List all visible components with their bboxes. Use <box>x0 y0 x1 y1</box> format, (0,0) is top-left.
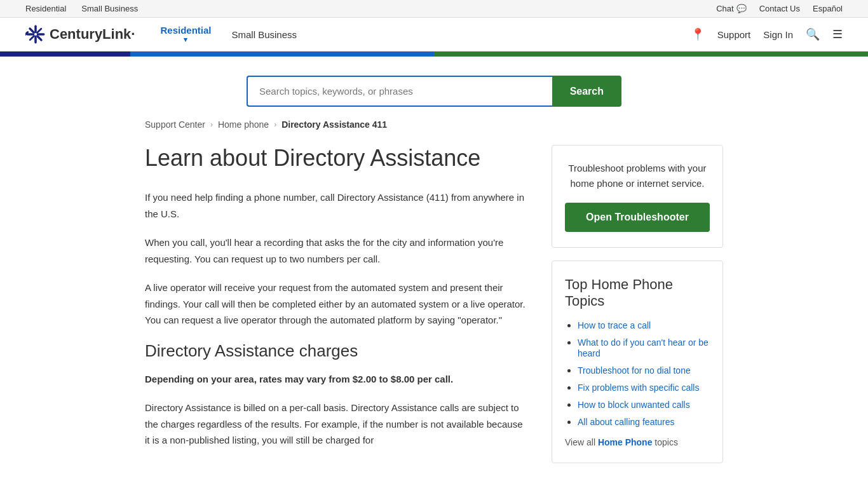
page-title: Learn about Directory Assistance <box>145 145 526 172</box>
breadcrumb: Support Center › Home phone › Directory … <box>0 119 868 145</box>
menu-icon-button[interactable]: ☰ <box>832 27 843 41</box>
top-bar-left: Residential Small Business <box>25 4 138 13</box>
list-item: How to trace a call <box>578 320 710 330</box>
svg-line-15 <box>30 36 34 39</box>
top-bar-right: Chat 💬 Contact Us Español <box>716 4 843 13</box>
nav-small-business[interactable]: Small Business <box>232 29 297 40</box>
top-bar: Residential Small Business Chat 💬 Contac… <box>0 0 868 18</box>
paragraph-3: A live operator will receive your reques… <box>145 280 526 329</box>
breadcrumb-support-center[interactable]: Support Center <box>145 119 205 130</box>
topics-card: Top Home Phone Topics How to trace a cal… <box>552 261 723 463</box>
nav-right: 📍 Support Sign In 🔍 ☰ <box>691 27 843 41</box>
topics-list: How to trace a call What to do if you ca… <box>565 320 710 427</box>
charges-bold: Depending on your area, rates may vary f… <box>145 371 526 388</box>
breadcrumb-separator-1: › <box>210 120 213 129</box>
topbar-espanol[interactable]: Español <box>813 4 843 13</box>
view-all-link[interactable]: Home Phone <box>598 437 653 447</box>
topic-link-2[interactable]: Troubleshoot for no dial tone <box>578 365 691 376</box>
logo-text: CenturyLink· <box>50 26 135 43</box>
charges-bold-text: Depending on your area, rates may vary f… <box>145 374 453 384</box>
troubleshooter-card: Troubleshoot problems with your home pho… <box>552 145 723 248</box>
svg-line-14 <box>37 29 41 32</box>
content-layout: Learn about Directory Assistance If you … <box>0 145 868 488</box>
view-all-prefix: View all <box>565 437 598 447</box>
topic-link-3[interactable]: Fix problems with specific calls <box>578 383 699 393</box>
breadcrumb-home-phone[interactable]: Home phone <box>218 119 269 130</box>
location-icon-button[interactable]: 📍 <box>691 27 705 41</box>
topics-card-title: Top Home Phone Topics <box>565 276 710 309</box>
topbar-residential[interactable]: Residential <box>25 4 66 13</box>
nav-residential[interactable]: Residential <box>160 25 211 44</box>
search-section: Search <box>0 57 868 119</box>
sign-in-button[interactable]: Sign In <box>763 29 793 40</box>
search-bar: Search <box>247 76 621 107</box>
search-icon-button[interactable]: 🔍 <box>806 27 820 41</box>
topbar-chat-link[interactable]: Chat 💬 <box>716 4 746 13</box>
list-item: How to block unwanted calls <box>578 399 710 410</box>
logo-icon <box>25 24 46 44</box>
search-input[interactable] <box>247 76 552 107</box>
view-all-suffix: topics <box>652 437 677 447</box>
section-charges-title: Directory Assistance charges <box>145 341 526 361</box>
search-button[interactable]: Search <box>552 76 621 107</box>
view-all: View all Home Phone topics <box>565 437 710 447</box>
breadcrumb-separator-2: › <box>274 120 276 129</box>
topbar-small-business[interactable]: Small Business <box>81 4 138 13</box>
support-button[interactable]: Support <box>717 29 751 40</box>
list-item: What to do if you can't hear or be heard <box>578 337 710 358</box>
logo[interactable]: CenturyLink· <box>25 24 135 44</box>
list-item: All about calling features <box>578 416 710 427</box>
topic-link-1[interactable]: What to do if you can't hear or be heard <box>578 337 709 358</box>
paragraph-1: If you need help finding a phone number,… <box>145 189 526 222</box>
list-item: Troubleshoot for no dial tone <box>578 365 710 376</box>
main-content: Learn about Directory Assistance If you … <box>145 145 526 476</box>
topic-link-4[interactable]: How to block unwanted calls <box>578 400 690 410</box>
charges-text: Directory Assistance is billed on a per-… <box>145 400 526 449</box>
chat-icon: 💬 <box>736 4 747 13</box>
topic-link-5[interactable]: All about calling features <box>578 417 675 427</box>
topbar-contact-us[interactable]: Contact Us <box>759 4 800 13</box>
list-item: Fix problems with specific calls <box>578 382 710 393</box>
main-nav: CenturyLink· Residential Small Business … <box>0 18 868 51</box>
sidebar: Troubleshoot problems with your home pho… <box>552 145 723 476</box>
chat-label: Chat <box>716 4 733 13</box>
nav-links: Residential Small Business <box>160 25 690 44</box>
topic-link-0[interactable]: How to trace a call <box>578 320 651 330</box>
troubleshooter-text: Troubleshoot problems with your home pho… <box>565 161 710 191</box>
open-troubleshooter-button[interactable]: Open Troubleshooter <box>565 203 710 232</box>
color-stripe <box>0 51 868 57</box>
paragraph-2: When you call, you'll hear a recording t… <box>145 234 526 267</box>
breadcrumb-current: Directory Assistance 411 <box>281 119 387 130</box>
